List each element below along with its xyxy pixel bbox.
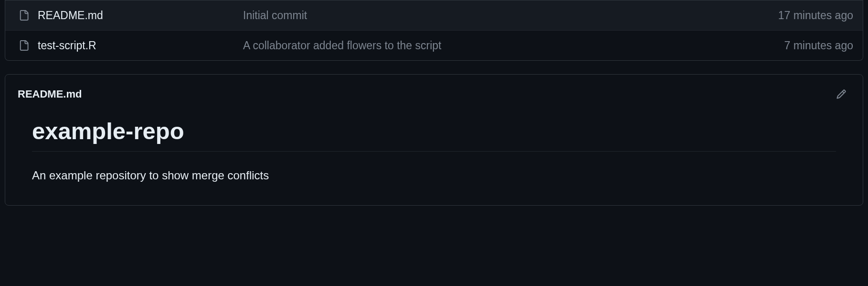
file-icon-cell — [5, 40, 38, 51]
file-age: 7 minutes ago — [729, 39, 853, 52]
commit-message-link[interactable]: A collaborator added flowers to the scri… — [243, 39, 729, 52]
pencil-icon — [836, 89, 847, 99]
file-name-link[interactable]: test-script.R — [38, 39, 243, 52]
file-icon — [19, 10, 29, 21]
file-name-link[interactable]: README.md — [38, 9, 243, 22]
file-icon — [19, 40, 29, 51]
edit-readme-button[interactable] — [832, 85, 850, 103]
readme-description: An example repository to show merge conf… — [32, 169, 836, 182]
file-age: 17 minutes ago — [729, 9, 853, 22]
readme-panel: README.md example-repo An example reposi… — [5, 74, 863, 206]
readme-filename[interactable]: README.md — [18, 88, 82, 100]
file-row[interactable]: README.md Initial commit 17 minutes ago — [5, 0, 863, 30]
file-row[interactable]: test-script.R A collaborator added flowe… — [5, 30, 863, 60]
readme-body: example-repo An example repository to sh… — [5, 108, 863, 205]
commit-message-link[interactable]: Initial commit — [243, 9, 729, 22]
file-icon-cell — [5, 10, 38, 21]
readme-heading: example-repo — [32, 118, 836, 152]
file-list: README.md Initial commit 17 minutes ago … — [5, 0, 863, 61]
readme-header: README.md — [5, 75, 863, 108]
